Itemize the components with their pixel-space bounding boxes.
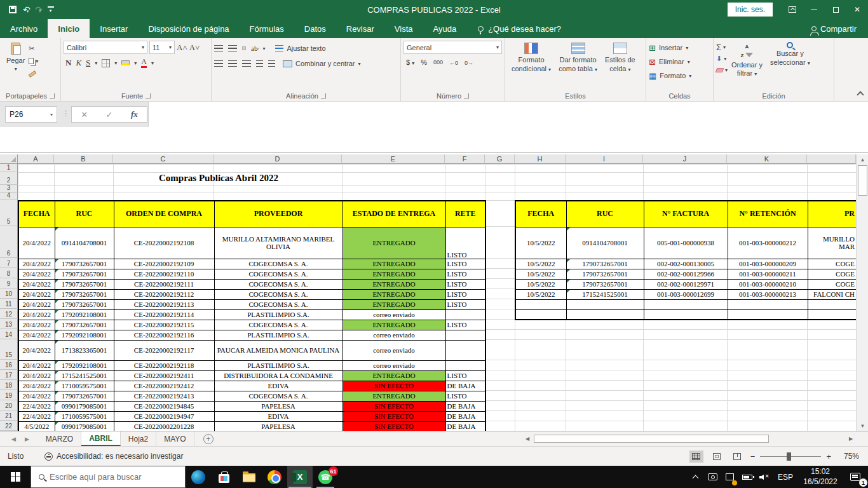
header-cell-C5[interactable]: ORDEN DE COMPRA [114,201,214,227]
number-format-select[interactable]: General▾ [403,41,502,54]
cell-D9[interactable]: COGECOMSA S. A. [214,279,342,289]
cell-F14[interactable] [445,330,485,340]
sheet-tab-mayo[interactable]: MAYO [156,431,194,446]
row-header-20[interactable]: 20 [0,400,18,410]
cell-F10[interactable]: LISTO [445,289,485,299]
cell-I9[interactable]: 1790732657001 [566,279,644,289]
cell-I10[interactable]: 1715241525001 [566,289,644,299]
horizontal-scrollbar[interactable]: ◀ ▶ [522,433,856,444]
cell-C11[interactable]: CE-20220002192113 [114,299,214,309]
cell-D8[interactable]: COGECOMSA S. A. [214,269,342,279]
cell-C8[interactable]: CE-20220002192110 [114,269,214,279]
sync-icon[interactable] [721,466,738,488]
row-header-15[interactable]: 15 [0,339,18,360]
header-cell-E5[interactable]: ESTADO DE ENTREGA [342,201,445,227]
underline-button[interactable]: S [86,58,90,68]
formula-input[interactable] [148,102,868,127]
row-header-7[interactable]: 7 [0,258,18,268]
percent-format-button[interactable]: % [421,58,427,66]
format-cells-button[interactable]: ▦Formato▾ [649,69,710,83]
cell-F17[interactable]: LISTO [445,370,485,381]
scroll-left-icon[interactable]: ◀ [522,436,532,442]
taskbar-search[interactable] [31,466,186,488]
cell-F21[interactable]: DE BAJA [445,411,485,421]
save-icon[interactable] [9,6,17,13]
cell-E7[interactable]: ENTREGADO [342,259,445,269]
search-input[interactable] [50,472,185,482]
column-header-C[interactable]: C [113,154,214,164]
column-header-D[interactable]: D [214,154,342,164]
wrap-text-button[interactable]: Ajustar texto [275,44,325,52]
cell-A11[interactable]: 20/4/2022 [18,299,55,309]
show-hidden-icons-button[interactable] [687,466,704,488]
cell-B8[interactable]: 1790732657001 [55,269,114,279]
customize-qat-icon[interactable]: ▾ [48,6,54,13]
ribbon-tab-revisar[interactable]: Revisar [336,19,384,38]
cell-B7[interactable]: 1790732657001 [55,259,114,269]
cell-K9[interactable]: 001-003-000000210 [728,279,808,289]
cell-E9[interactable]: ENTREGADO [342,279,445,289]
cell-E6[interactable]: ENTREGADO [342,227,445,259]
cell-J8[interactable]: 002-002-000129966 [644,269,728,279]
cell-D22[interactable]: PAPELESA [214,421,342,431]
dialog-launcher-icon[interactable] [464,93,469,98]
meet-now-icon[interactable] [704,466,721,488]
cell-D14[interactable]: PLASTILIMPIO S.A. [214,330,342,340]
row-header-17[interactable]: 17 [0,370,18,380]
row-header-4[interactable]: 4 [0,193,18,200]
row-header-5[interactable]: 5 [0,200,18,226]
ribbon-tab-f-rmulas[interactable]: Fórmulas [240,19,294,38]
cell-C22[interactable]: CE-20220002201228 [114,421,214,431]
cell-F18[interactable]: DE BAJA [445,381,485,391]
row-header-13[interactable]: 13 [0,319,18,329]
taskbar-edge-button[interactable] [186,466,211,488]
cell-J6[interactable]: 005-001-000000938 [644,227,728,259]
italic-button[interactable]: K [76,58,81,68]
enter-formula-icon[interactable]: ✓ [106,110,113,119]
row-header-18[interactable]: 18 [0,380,18,390]
zoom-slider-thumb[interactable] [787,452,791,461]
row-header-16[interactable]: 16 [0,360,18,370]
header-cell-K5[interactable]: N° RETENCIÓN [728,201,808,227]
cell-B6[interactable]: 0914104708001 [55,227,114,259]
increase-font-icon[interactable]: A˄ [177,43,187,53]
cell-A12[interactable]: 20/4/2022 [18,309,55,320]
cell-D10[interactable]: COGECOMSA S. A. [214,289,342,299]
header-cell-F5[interactable]: RETE [445,201,485,227]
align-bottom-icon[interactable] [242,46,246,50]
cell-D6[interactable]: MURILLO ALTAMIRANO MARIBEL OLIVIA [214,227,342,259]
cell-D7[interactable]: COGECOMSA S. A. [214,259,342,269]
restore-button[interactable] [825,0,846,19]
cell-H7[interactable]: 10/5/2022 [515,259,566,269]
new-sheet-button[interactable]: + [203,434,214,444]
cell-B21[interactable]: 1710059575001 [55,411,114,421]
decrease-decimal-icon[interactable]: 0→ [465,58,473,66]
autosum-button[interactable]: Σ▾ [716,42,728,52]
horizontal-scrollbar-thumb[interactable] [534,435,769,443]
insert-function-icon[interactable]: fx [131,109,138,119]
ribbon-tab-datos[interactable]: Datos [294,19,336,38]
cell-F20[interactable]: DE BAJA [445,401,485,411]
cell-E12[interactable]: correo enviado [342,309,445,320]
align-left-icon[interactable] [214,60,223,67]
sheet-tab-marzo[interactable]: MARZO [38,431,81,446]
cell-H12[interactable] [515,309,566,320]
sort-filter-button[interactable]: AZ Ordenar yfiltrar ▾ [728,41,766,90]
scroll-down-icon[interactable]: ▼ [857,421,868,431]
select-all-corner[interactable] [0,154,18,164]
borders-icon[interactable] [102,59,110,67]
cell-J10[interactable]: 001-003-000012699 [644,289,728,299]
column-header-J[interactable]: J [643,154,727,164]
cell-F9[interactable]: LISTO [445,279,485,289]
ribbon-tab-archivo[interactable]: Archivo [0,19,48,38]
column-header-B[interactable]: B [54,154,113,164]
cell-E14[interactable]: correo enviado [342,330,445,340]
cell-A19[interactable]: 20/4/2022 [18,391,55,401]
cell-A6[interactable]: 20/4/2022 [18,227,55,259]
cell-B9[interactable]: 1790732657001 [55,279,114,289]
start-button[interactable] [0,466,31,488]
row-header-12[interactable]: 12 [0,309,18,319]
fill-button[interactable]: ⬇▾ [716,53,728,64]
row-header-19[interactable]: 19 [0,390,18,400]
share-button[interactable]: Compartir [811,19,868,38]
